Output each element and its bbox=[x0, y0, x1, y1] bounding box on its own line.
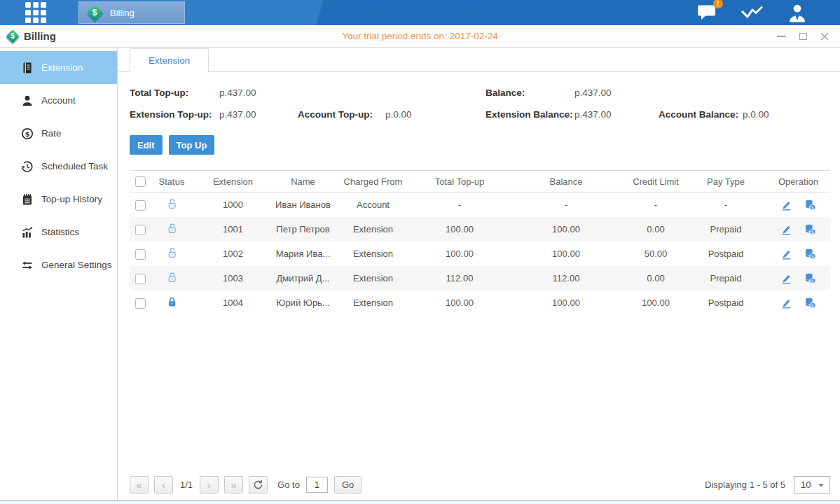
taskbar-status-icons: ! bbox=[696, 4, 808, 22]
row-checkbox[interactable] bbox=[135, 298, 146, 309]
summary-label: Account Top-up: bbox=[298, 104, 385, 125]
summary-value: p.0.00 bbox=[385, 104, 486, 125]
topup-icon[interactable]: $ bbox=[804, 297, 817, 309]
window-body: Extension Account $ Rate Scheduled Task bbox=[0, 48, 840, 500]
cell-total-topup: 112.00 bbox=[413, 273, 506, 284]
cell-credit-limit: - bbox=[626, 200, 685, 210]
bar-chart-icon bbox=[21, 226, 34, 239]
header-cell: Status bbox=[151, 176, 193, 187]
header-cell: Extension bbox=[193, 176, 273, 187]
tab-extension[interactable]: Extension bbox=[130, 48, 209, 72]
goto-page-input[interactable] bbox=[306, 477, 328, 493]
user-account-icon[interactable] bbox=[787, 4, 808, 22]
taskbar-tab-label: Billing bbox=[110, 8, 135, 18]
unlock-icon[interactable] bbox=[166, 271, 178, 284]
svg-text:$: $ bbox=[811, 229, 814, 234]
page-size-select[interactable]: 10 bbox=[794, 476, 830, 493]
action-buttons: Edit Top Up bbox=[130, 135, 830, 155]
cell-balance: 100.00 bbox=[506, 224, 626, 234]
unlock-icon[interactable] bbox=[166, 197, 178, 210]
window-titlebar: Your trial period ends on: 2017-02-24 $ … bbox=[0, 25, 840, 48]
page-indicator: 1/1 bbox=[180, 479, 193, 490]
resource-monitor-icon[interactable] bbox=[741, 4, 764, 22]
sidebar-item-topup-history[interactable]: Top-up History bbox=[0, 183, 117, 216]
edit-icon[interactable] bbox=[780, 223, 792, 236]
main-panel: Extension Total Top-up: p.437.00 Balance… bbox=[118, 48, 840, 500]
messages-icon[interactable]: ! bbox=[696, 4, 718, 22]
summary-value: p.437.00 bbox=[219, 82, 298, 104]
cell-pay-type: Postpaid bbox=[685, 298, 766, 308]
header-cell: Balance bbox=[506, 176, 626, 187]
table-row: 1004Юрий Юрь...Extension100.00100.00100.… bbox=[130, 290, 830, 315]
unlock-icon[interactable] bbox=[166, 222, 178, 234]
topup-icon[interactable]: $ bbox=[804, 248, 817, 260]
dollar-coin-icon: $ bbox=[21, 127, 34, 140]
row-checkbox[interactable] bbox=[135, 200, 146, 211]
cell-charged-from: Extension bbox=[333, 273, 413, 284]
goto-label: Go to bbox=[277, 479, 300, 490]
topup-icon[interactable]: $ bbox=[804, 272, 817, 285]
row-checkbox[interactable] bbox=[135, 274, 146, 284]
topup-icon[interactable]: $ bbox=[804, 199, 817, 211]
cell-total-topup: - bbox=[413, 200, 506, 210]
cell-credit-limit: 0.00 bbox=[626, 273, 685, 284]
cell-extension: 1004 bbox=[193, 298, 273, 308]
app-launcher-grid-icon[interactable] bbox=[25, 2, 46, 23]
first-page-button[interactable]: « bbox=[130, 476, 149, 493]
svg-text:$: $ bbox=[811, 302, 814, 308]
cell-credit-limit: 50.00 bbox=[626, 248, 685, 259]
sidebar-item-scheduled-task[interactable]: Scheduled Task bbox=[0, 150, 117, 183]
window-controls bbox=[776, 31, 830, 42]
billing-app-window: $ Billing ! Your trial period ends on: 2… bbox=[0, 0, 840, 504]
billing-logo-icon: $ bbox=[6, 29, 20, 43]
trial-notice: Your trial period ends on: 2017-02-24 bbox=[0, 31, 840, 41]
cell-name: Юрий Юрь... bbox=[273, 298, 333, 308]
cell-status bbox=[151, 197, 193, 212]
sidebar-item-extension[interactable]: Extension bbox=[0, 51, 117, 84]
edit-icon[interactable] bbox=[780, 199, 792, 211]
sidebar-item-general-settings[interactable]: General Settings bbox=[0, 248, 117, 281]
close-button[interactable] bbox=[819, 31, 830, 42]
row-checkbox[interactable] bbox=[135, 225, 146, 235]
cell-name: Дмитрий Д... bbox=[273, 273, 333, 284]
cell-pay-type: Prepaid bbox=[685, 224, 766, 234]
prev-page-button[interactable]: ‹ bbox=[154, 476, 173, 493]
edit-icon[interactable] bbox=[780, 248, 792, 260]
row-checkbox[interactable] bbox=[135, 249, 146, 260]
svg-text:$: $ bbox=[811, 253, 814, 259]
summary-label: Account Balance: bbox=[659, 104, 743, 125]
lock-icon[interactable] bbox=[166, 295, 178, 308]
sidebar-item-statistics[interactable]: Statistics bbox=[0, 216, 117, 248]
row-select-cell bbox=[130, 199, 151, 210]
cell-total-topup: 100.00 bbox=[413, 224, 506, 234]
cell-operation: $ bbox=[766, 223, 830, 236]
minimize-button[interactable] bbox=[776, 31, 787, 42]
topup-icon[interactable]: $ bbox=[804, 223, 817, 236]
sidebar-item-label: Extension bbox=[41, 62, 83, 73]
refresh-button[interactable] bbox=[249, 476, 268, 493]
history-clock-icon bbox=[21, 160, 34, 173]
select-all-checkbox[interactable] bbox=[135, 176, 146, 187]
pagination-bar: « ‹ 1/1 › » Go to Go Displaying 1 - 5 of… bbox=[130, 470, 830, 500]
cell-total-topup: 100.00 bbox=[413, 248, 506, 259]
unlock-icon[interactable] bbox=[166, 246, 178, 259]
edit-button[interactable]: Edit bbox=[130, 135, 163, 155]
last-page-button[interactable]: » bbox=[224, 476, 243, 493]
table-row: 1001Петр ПетровExtension100.00100.000.00… bbox=[130, 217, 830, 241]
cell-charged-from: Extension bbox=[333, 224, 413, 234]
go-button[interactable]: Go bbox=[334, 476, 362, 493]
taskbar-billing-tab[interactable]: $ Billing bbox=[78, 1, 185, 24]
cell-name: Иван Иванов bbox=[273, 200, 333, 210]
edit-icon[interactable] bbox=[780, 272, 792, 285]
row-select-cell bbox=[130, 297, 151, 308]
sidebar-item-account[interactable]: Account bbox=[0, 84, 117, 117]
top-up-button[interactable]: Top Up bbox=[169, 135, 215, 155]
maximize-button[interactable] bbox=[797, 31, 808, 42]
summary-value: p.0.00 bbox=[743, 104, 830, 125]
edit-icon[interactable] bbox=[780, 297, 792, 309]
cell-charged-from: Extension bbox=[333, 298, 413, 308]
cell-pay-type: Postpaid bbox=[685, 248, 766, 259]
cell-credit-limit: 100.00 bbox=[626, 298, 685, 308]
next-page-button[interactable]: › bbox=[200, 476, 219, 493]
sidebar-item-rate[interactable]: $ Rate bbox=[0, 117, 117, 150]
